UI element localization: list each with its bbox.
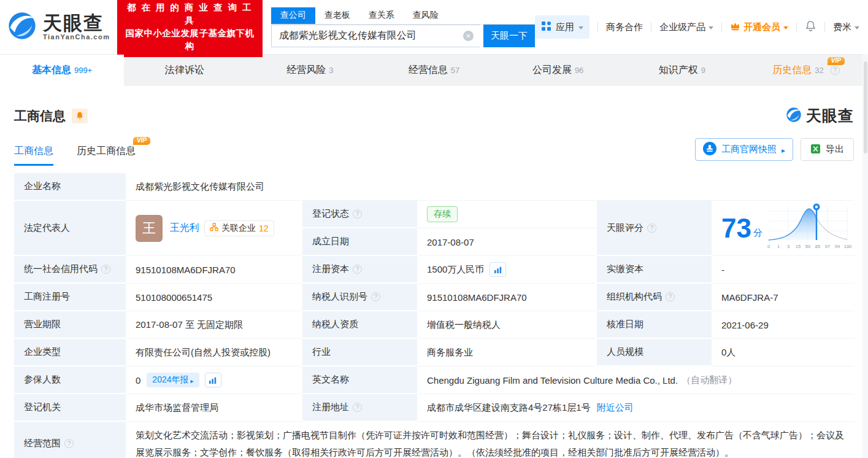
snapshot-label: 工商官网快照 bbox=[721, 144, 777, 155]
tianyancha-logo[interactable]: 天眼查 TianYanCha.com bbox=[6, 10, 110, 44]
crown-icon bbox=[730, 21, 740, 33]
tianyancha-watermark: 天眼查 bbox=[785, 106, 854, 126]
subscribe-bell-icon[interactable] bbox=[72, 109, 88, 123]
org-code-value: MA6DFJRA-7 bbox=[712, 284, 854, 311]
search-tab-company[interactable]: 查公司 bbox=[271, 7, 315, 24]
svg-text:50: 50 bbox=[805, 244, 810, 249]
tab-label: 经营风险 bbox=[286, 64, 326, 77]
divider bbox=[721, 22, 722, 32]
help-icon[interactable] bbox=[101, 265, 110, 274]
insured-value: 0 2024年报 bbox=[126, 367, 302, 394]
svg-text:1: 1 bbox=[777, 244, 780, 249]
apps-menu[interactable]: 应用 bbox=[535, 15, 590, 39]
tab-operation-info[interactable]: 经营信息 57 bbox=[372, 55, 496, 86]
svg-text:15: 15 bbox=[796, 244, 801, 249]
value-text: Chengdu Ziguang Film and Television Cult… bbox=[427, 375, 678, 386]
field-label: 参保人数 bbox=[14, 367, 126, 394]
svg-text:85: 85 bbox=[815, 244, 820, 249]
score-unit: 分 bbox=[753, 227, 762, 239]
watermark-text: 天眼查 bbox=[806, 106, 854, 126]
value-text: 1500万人民币 bbox=[427, 264, 484, 276]
divider bbox=[597, 22, 598, 32]
scrollbar-thumb[interactable] bbox=[864, 61, 867, 153]
score-value: 73 分 bbox=[712, 201, 856, 256]
table-row: 登记机关 成华市场监督管理局 注册地址 成都市成华区建设南支路4号27栋1层1号… bbox=[14, 394, 854, 422]
label-text: 经营范围 bbox=[24, 438, 61, 449]
field-label: 英文名称 bbox=[302, 367, 417, 394]
help-icon[interactable] bbox=[353, 265, 362, 274]
annual-report-badge[interactable]: 2024年报 bbox=[147, 373, 199, 387]
search-button[interactable]: 天眼一下 bbox=[483, 25, 535, 47]
help-icon[interactable] bbox=[371, 292, 380, 301]
tab-history-info[interactable]: VIP 历史信息 32 bbox=[744, 55, 868, 86]
tab-basic-info[interactable]: 基本信息 999+ bbox=[0, 55, 124, 86]
status-badge: 存续 bbox=[427, 206, 458, 222]
table-row: 企业名称 成都紫光影视文化传媒有限公司 bbox=[14, 173, 854, 201]
field-label: 天眼评分 bbox=[597, 201, 712, 256]
field-label: 注册资本 bbox=[302, 256, 417, 284]
tab-legal-lawsuits[interactable]: 法律诉讼 bbox=[124, 55, 248, 86]
logo-title: 天眼查 bbox=[43, 14, 110, 34]
search-input[interactable] bbox=[271, 25, 480, 47]
subtab-business-info[interactable]: 工商信息 bbox=[14, 145, 53, 166]
search-tab-relation[interactable]: 查关系 bbox=[359, 7, 404, 24]
tab-count: 3 bbox=[329, 66, 333, 75]
tab-count: 32 bbox=[815, 66, 823, 75]
field-label: 企业名称 bbox=[14, 173, 126, 201]
tab-intellectual-property[interactable]: 知识产权 9 bbox=[620, 55, 744, 86]
tab-count: 57 bbox=[451, 66, 459, 75]
help-icon[interactable] bbox=[666, 292, 675, 301]
scope-text: 策划文化艺术交流活动；影视策划；广播电视节目制作（凭许可证并按许可时效和范围经营… bbox=[136, 421, 844, 458]
subtab-history-business-info[interactable]: VIP 历史工商信息 bbox=[77, 145, 136, 166]
svg-text:97: 97 bbox=[825, 244, 830, 249]
nav-open-vip[interactable]: 开通会员 bbox=[730, 21, 788, 33]
insured-trend-icon[interactable] bbox=[205, 373, 221, 387]
value-text: 0 bbox=[136, 375, 140, 386]
table-row: 统一社会信用代码 91510108MA6DFJRA70 注册资本 1500万人民… bbox=[14, 256, 854, 284]
chevron-down-icon bbox=[709, 26, 713, 29]
vip-label: 开通会员 bbox=[743, 21, 780, 33]
help-icon[interactable] bbox=[831, 66, 840, 75]
avatar[interactable]: 王 bbox=[136, 215, 163, 242]
nav-enterprise-products[interactable]: 企业级产品 bbox=[659, 21, 713, 33]
nav-business-coop[interactable]: 商务合作 bbox=[606, 21, 643, 33]
tab-label: 经营信息 bbox=[409, 64, 448, 77]
clear-icon[interactable] bbox=[463, 31, 474, 41]
table-row: 企业类型 有限责任公司(自然人投资或控股) 行业 商务服务业 人员规模 0人 bbox=[14, 339, 854, 367]
label-text: 注册资本 bbox=[312, 263, 349, 275]
official-snapshot-button[interactable]: 工商官网快照 bbox=[695, 138, 793, 161]
authority-value: 成华市场监督管理局 bbox=[126, 394, 302, 422]
table-row: 工商注册号 510108000651475 纳税人识别号 91510108MA6… bbox=[14, 284, 854, 311]
label-text: 天眼评分 bbox=[607, 222, 643, 234]
help-icon[interactable] bbox=[353, 403, 362, 412]
search-tab-risk[interactable]: 查风险 bbox=[404, 7, 448, 24]
field-label: 纳税人资质 bbox=[302, 311, 417, 339]
scrollbar[interactable] bbox=[862, 54, 868, 458]
field-label: 登记机关 bbox=[14, 394, 126, 422]
nearby-companies-link[interactable]: 附近公司 bbox=[597, 402, 634, 414]
tab-company-development[interactable]: 公司发展 96 bbox=[496, 55, 620, 86]
export-label: 导出 bbox=[826, 144, 844, 155]
help-icon[interactable] bbox=[64, 439, 74, 448]
field-label: 登记状态 bbox=[302, 201, 417, 228]
field-label: 法定代表人 bbox=[14, 201, 126, 256]
user-menu[interactable]: 费米 bbox=[833, 21, 859, 33]
table-row: 营业期限 2017-08-07 至 无固定期限 纳税人资质 增值税一般纳税人 核… bbox=[14, 311, 854, 339]
search-tab-boss[interactable]: 查老板 bbox=[315, 7, 359, 24]
export-button[interactable]: 导出 bbox=[801, 138, 854, 161]
notification-bell-icon[interactable] bbox=[805, 20, 816, 34]
section-title: 工商信息 bbox=[14, 107, 66, 125]
help-icon[interactable] bbox=[353, 209, 362, 219]
logo-domain: TianYanCha.com bbox=[43, 33, 110, 41]
related-companies-badge[interactable]: 关联企业 12 bbox=[204, 220, 274, 236]
tab-operation-risk[interactable]: 经营风险 3 bbox=[248, 55, 372, 86]
legal-rep-link[interactable]: 王光利 bbox=[170, 222, 199, 235]
arrow-right-icon bbox=[782, 144, 785, 155]
badge-label: 关联企业 bbox=[221, 223, 256, 234]
approve-date-value: 2021-06-29 bbox=[712, 311, 854, 339]
help-icon[interactable] bbox=[647, 223, 656, 233]
tab-label: 法律诉讼 bbox=[165, 64, 204, 77]
capital-trend-icon[interactable] bbox=[490, 262, 506, 277]
company-type-value: 有限责任公司(自然人投资或控股) bbox=[126, 339, 302, 367]
paid-capital-value: - bbox=[712, 256, 854, 284]
